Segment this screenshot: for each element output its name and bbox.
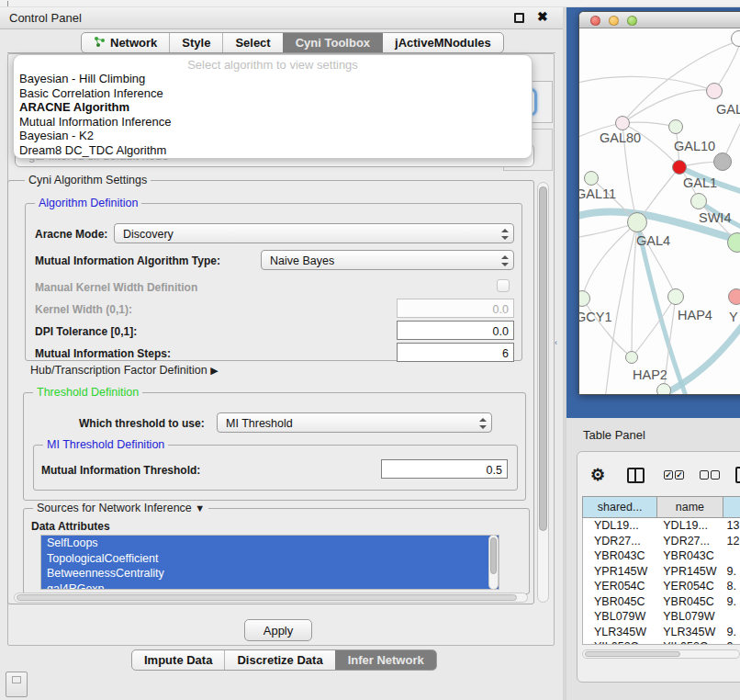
- network-canvas[interactable]: GALGAL80GAL10GAL1GAL11SWI4GAL4GCY1HAP4YH…: [579, 28, 740, 395]
- algorithm-option-bayesian-k2[interactable]: Bayesian - K2: [14, 129, 532, 143]
- network-window-titlebar[interactable]: [579, 12, 740, 28]
- table-cell[interactable]: YDL19...: [657, 518, 723, 534]
- settings-hscrollbar[interactable]: [14, 593, 528, 603]
- attributes-vscrollbar[interactable]: [488, 535, 499, 590]
- network-node[interactable]: [625, 351, 638, 364]
- network-node[interactable]: [706, 83, 723, 99]
- tab-discretize-data[interactable]: Discretize Data: [224, 650, 334, 670]
- data-attribute-item-topologicalcoefficient[interactable]: TopologicalCoefficient: [41, 551, 499, 567]
- table-row[interactable]: YBR043CYBR043C: [583, 548, 740, 564]
- table-cell[interactable]: 12: [723, 534, 740, 549]
- table-cell[interactable]: [723, 609, 740, 625]
- network-node[interactable]: [667, 288, 684, 305]
- tab-jactivemnodules[interactable]: jActiveMNodules: [382, 33, 503, 52]
- table-cell[interactable]: 9: [723, 639, 740, 645]
- mi-threshold-field[interactable]: [381, 459, 508, 479]
- kernel-width-field[interactable]: [397, 299, 514, 318]
- table-cell[interactable]: YBR045C: [657, 594, 723, 610]
- table-cell[interactable]: YBL079W: [657, 609, 723, 625]
- table-cell[interactable]: YLR345W: [583, 625, 657, 640]
- table-cell[interactable]: YIL052C: [657, 639, 723, 645]
- data-attribute-item-selfloops[interactable]: SelfLoops: [41, 536, 499, 551]
- table-cell[interactable]: YLR345W: [657, 625, 723, 640]
- tab-infer-network[interactable]: Infer Network: [335, 650, 436, 670]
- table-cell[interactable]: 13: [723, 518, 740, 534]
- data-attributes-list[interactable]: SelfLoopsTopologicalCoefficientBetweenne…: [40, 535, 499, 590]
- table-row[interactable]: YBR045CYBR045C9.: [583, 594, 740, 610]
- which-threshold-combobox[interactable]: MI Threshold: [217, 412, 492, 433]
- table-cell[interactable]: YER054C: [657, 579, 723, 594]
- table-cell[interactable]: YPR145W: [657, 564, 723, 580]
- data-attribute-item-betweennesscentrality[interactable]: BetweennessCentrality: [41, 566, 499, 581]
- table-cell[interactable]: YBR043C: [583, 548, 657, 564]
- network-node[interactable]: [584, 171, 599, 186]
- close-traffic-light[interactable]: [590, 16, 600, 26]
- aracne-mode-combobox[interactable]: Discovery: [114, 223, 514, 243]
- table-cell[interactable]: YDL19...: [583, 518, 657, 534]
- tab-impute-data[interactable]: Impute Data: [132, 650, 224, 670]
- close-icon[interactable]: ✖: [537, 9, 548, 24]
- network-view-window[interactable]: GALGAL80GAL10GAL1GAL11SWI4GAL4GCY1HAP4YH…: [578, 11, 740, 395]
- panel-corner-button[interactable]: [6, 672, 28, 697]
- mi-type-combobox[interactable]: Naive Bayes: [261, 250, 514, 270]
- network-node[interactable]: [672, 160, 687, 175]
- table-cell[interactable]: YDR27...: [657, 534, 723, 549]
- table-row[interactable]: YER054CYER054C8.: [583, 579, 740, 594]
- data-attribute-item-gal4rgexp[interactable]: gal4RGexp: [41, 581, 499, 591]
- splitter-collapse-arrow[interactable]: ‹: [555, 338, 557, 347]
- algorithm-option-mutual-information-inference[interactable]: Mutual Information Inference: [14, 115, 532, 130]
- dpi-tolerance-field[interactable]: [397, 321, 514, 340]
- settings-vscrollbar[interactable]: [537, 182, 549, 603]
- table-cell[interactable]: 8.: [723, 579, 740, 594]
- table-row[interactable]: YLR345WYLR345W9.: [583, 625, 740, 640]
- tab-cyni-toolbox[interactable]: Cyni Toolbox: [283, 33, 382, 52]
- split-columns-icon[interactable]: [627, 468, 645, 483]
- network-node[interactable]: [668, 119, 683, 134]
- table-column-header-shared[interactable]: shared...: [583, 497, 657, 517]
- hub-definition-expander[interactable]: Hub/Transcription Factor Definition ▶: [30, 364, 219, 377]
- apply-button[interactable]: Apply: [244, 619, 312, 641]
- network-node[interactable]: [713, 152, 732, 171]
- network-node[interactable]: [690, 193, 707, 209]
- tab-style[interactable]: Style: [169, 33, 222, 52]
- algorithm-option-dream8-dc-tdc-algorithm[interactable]: Dream8 DC_TDC Algorithm: [14, 143, 532, 158]
- table-row[interactable]: YPR145WYPR145W9.: [583, 564, 740, 580]
- network-node[interactable]: [728, 288, 740, 305]
- table-row[interactable]: YBL079WYBL079W: [583, 609, 740, 625]
- table-cell[interactable]: 9.: [723, 594, 740, 610]
- algorithm-option-bayesian-hill-climbing[interactable]: Bayesian - Hill Climbing: [14, 72, 532, 86]
- table-cell[interactable]: YBR045C: [583, 594, 657, 610]
- table-cell[interactable]: 9.: [723, 625, 740, 640]
- algorithm-option-aracne-algorithm[interactable]: ARACNE Algorithm: [14, 100, 532, 115]
- table-cell[interactable]: YER054C: [583, 579, 657, 594]
- table-cell[interactable]: YBR043C: [657, 548, 723, 564]
- tab-select[interactable]: Select: [222, 33, 282, 52]
- network-node[interactable]: [627, 212, 647, 232]
- table-cell[interactable]: YPR145W: [583, 564, 657, 580]
- table-cell[interactable]: [723, 548, 740, 564]
- new-table-icon[interactable]: [735, 467, 740, 483]
- table-cell[interactable]: YBL079W: [583, 609, 657, 625]
- mi-steps-field[interactable]: [397, 343, 514, 362]
- table-cell[interactable]: 9.: [723, 564, 740, 580]
- table-cell[interactable]: YIL052C: [583, 639, 657, 645]
- minimize-traffic-light[interactable]: [609, 16, 619, 26]
- deselect-all-checks-icon[interactable]: [700, 470, 720, 480]
- collapse-arrow-icon[interactable]: ▼: [195, 502, 205, 514]
- table-hscrollbar[interactable]: [582, 649, 740, 659]
- network-node[interactable]: [656, 383, 671, 395]
- table-row[interactable]: YDL19...YDL19...13: [583, 518, 740, 534]
- gear-icon[interactable]: ⚙: [590, 465, 605, 485]
- select-all-checks-icon[interactable]: ✓✓: [664, 470, 684, 480]
- table-cell[interactable]: YDR27...: [583, 534, 657, 549]
- table-column-header-a[interactable]: A: [723, 497, 740, 517]
- table-column-header-name[interactable]: name: [657, 497, 723, 517]
- algorithm-option-basic-correlation-inference[interactable]: Basic Correlation Inference: [14, 86, 532, 101]
- table-row[interactable]: YIL052CYIL052C9: [583, 639, 740, 645]
- network-node[interactable]: [615, 116, 630, 130]
- float-icon[interactable]: [514, 13, 524, 23]
- tab-network[interactable]: Network: [82, 33, 169, 52]
- manual-kernel-checkbox[interactable]: [497, 279, 510, 292]
- table-row[interactable]: YDR27...YDR27...12: [583, 534, 740, 549]
- zoom-traffic-light[interactable]: [627, 16, 637, 26]
